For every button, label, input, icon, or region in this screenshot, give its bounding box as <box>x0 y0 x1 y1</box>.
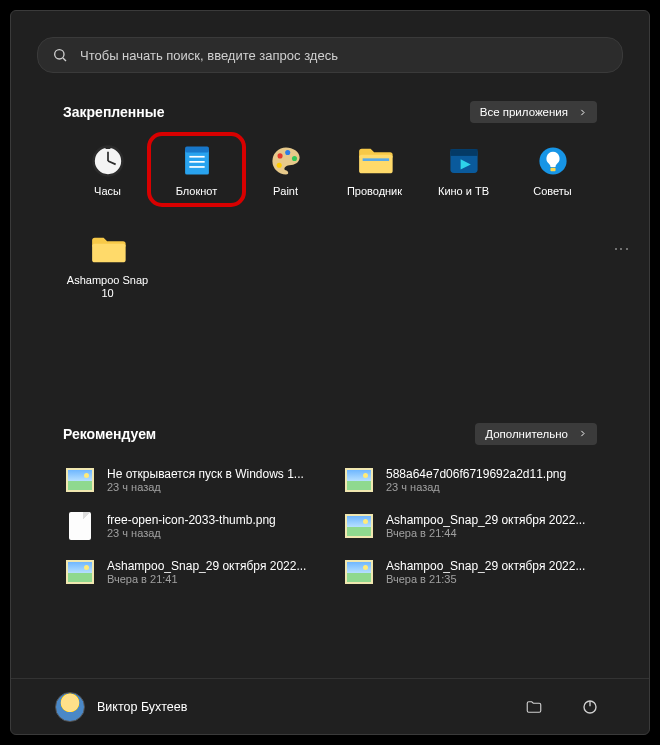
tips-icon <box>535 143 571 179</box>
search-input[interactable] <box>80 48 608 63</box>
recommended-item[interactable]: Ashampoo_Snap_29 октября 2022...Вчера в … <box>342 553 597 591</box>
recommended-meta: Не открывается пуск в Windows 1...23 ч н… <box>107 467 304 493</box>
app-label: Часы <box>94 185 121 198</box>
app-label: Paint <box>273 185 298 198</box>
recommended-item[interactable]: 588a64e7d06f6719692a2d11.png23 ч назад <box>342 461 597 499</box>
app-label: Блокнот <box>176 185 218 198</box>
svg-point-12 <box>193 148 195 150</box>
recommended-meta: 588a64e7d06f6719692a2d11.png23 ч назад <box>386 467 566 493</box>
recommended-meta: free-open-icon-2033-thumb.png23 ч назад <box>107 513 276 539</box>
more-button[interactable]: Дополнительно <box>475 423 597 445</box>
avatar <box>55 692 85 722</box>
recommended-title: free-open-icon-2033-thumb.png <box>107 513 276 527</box>
recommended-time: Вчера в 21:35 <box>386 573 585 585</box>
user-name: Виктор Бухтеев <box>97 700 187 714</box>
pinned-header: Закрепленные Все приложения <box>63 101 597 123</box>
recommended-time: 23 ч назад <box>107 481 304 493</box>
recommended-meta: Ashampoo_Snap_29 октября 2022...Вчера в … <box>386 559 585 585</box>
pinned-grid: ЧасыБлокнотPaintПроводникКино и ТВСоветы… <box>63 137 597 305</box>
pinned-title: Закрепленные <box>63 104 165 120</box>
recommended-title: Ashampoo_Snap_29 октября 2022... <box>107 559 306 573</box>
image-icon <box>65 557 95 587</box>
recommended-title: Рекомендуем <box>63 426 156 442</box>
more-label: Дополнительно <box>485 428 568 440</box>
recommended-list: Не открывается пуск в Windows 1...23 ч н… <box>63 461 597 591</box>
svg-rect-25 <box>550 168 555 171</box>
search-box[interactable] <box>37 37 623 73</box>
svg-point-0 <box>55 50 64 59</box>
pinned-app-movies[interactable]: Кино и ТВ <box>419 137 508 202</box>
image-icon <box>344 465 374 495</box>
pinned-app-notepad[interactable]: Блокнот <box>152 137 241 202</box>
power-button[interactable] <box>575 692 605 722</box>
user-account-button[interactable]: Виктор Бухтеев <box>55 692 187 722</box>
pinned-app-tips[interactable]: Советы <box>508 137 597 202</box>
svg-line-1 <box>63 58 66 61</box>
document-icon <box>65 511 95 541</box>
footer-tray <box>519 692 605 722</box>
explorer-icon <box>357 143 393 179</box>
recommended-title: 588a64e7d06f6719692a2d11.png <box>386 467 566 481</box>
recommended-item[interactable]: Ashampoo_Snap_29 октября 2022...Вчера в … <box>342 507 597 545</box>
more-dots-icon[interactable]: ⋮ <box>612 241 631 259</box>
app-label: Советы <box>533 185 571 198</box>
svg-point-17 <box>291 156 296 161</box>
svg-point-18 <box>276 163 281 168</box>
folder-outline-icon <box>525 698 543 716</box>
recommended-time: Вчера в 21:41 <box>107 573 306 585</box>
recommended-item[interactable]: free-open-icon-2033-thumb.png23 ч назад <box>63 507 318 545</box>
svg-point-16 <box>285 150 290 155</box>
recommended-time: 23 ч назад <box>107 527 276 539</box>
chevron-right-icon <box>578 108 587 117</box>
footer: Виктор Бухтеев <box>11 678 649 734</box>
start-menu: Закрепленные Все приложения ЧасыБлокнотP… <box>10 10 650 735</box>
svg-rect-26 <box>92 244 126 263</box>
recommended-title: Ashampoo_Snap_29 октября 2022... <box>386 559 585 573</box>
pinned-app-folder[interactable]: Ashampoo Snap 10 <box>63 226 152 304</box>
pinned-app-paint[interactable]: Paint <box>241 137 330 202</box>
image-icon <box>344 557 374 587</box>
notepad-icon <box>179 143 215 179</box>
paint-icon <box>268 143 304 179</box>
recommended-item[interactable]: Не открывается пуск в Windows 1...23 ч н… <box>63 461 318 499</box>
search-icon <box>52 47 68 63</box>
chevron-right-icon <box>578 429 587 438</box>
svg-rect-19 <box>359 155 393 174</box>
pinned-app-explorer[interactable]: Проводник <box>330 137 419 202</box>
recommended-time: 23 ч назад <box>386 481 566 493</box>
folder-icon <box>90 232 126 268</box>
image-icon <box>344 511 374 541</box>
recommended-item[interactable]: Ashampoo_Snap_29 октября 2022...Вчера в … <box>63 553 318 591</box>
svg-point-15 <box>277 153 282 158</box>
recommended-meta: Ashampoo_Snap_29 октября 2022...Вчера в … <box>386 513 585 539</box>
svg-rect-5 <box>105 146 110 149</box>
recommended-title: Не открывается пуск в Windows 1... <box>107 467 304 481</box>
pinned-app-clock[interactable]: Часы <box>63 137 152 202</box>
svg-point-13 <box>197 148 199 150</box>
recommended-meta: Ashampoo_Snap_29 октября 2022...Вчера в … <box>107 559 306 585</box>
app-label: Кино и ТВ <box>438 185 489 198</box>
recommended-time: Вчера в 21:44 <box>386 527 585 539</box>
svg-rect-7 <box>185 147 209 153</box>
recommended-header: Рекомендуем Дополнительно <box>63 423 597 445</box>
power-icon <box>581 698 599 716</box>
app-label: Ashampoo Snap 10 <box>64 274 152 300</box>
clock-icon <box>90 143 126 179</box>
recommended-title: Ashampoo_Snap_29 октября 2022... <box>386 513 585 527</box>
movies-icon <box>446 143 482 179</box>
svg-point-14 <box>201 148 203 150</box>
svg-rect-22 <box>450 149 477 156</box>
all-apps-button[interactable]: Все приложения <box>470 101 597 123</box>
app-label: Проводник <box>347 185 402 198</box>
all-apps-label: Все приложения <box>480 106 568 118</box>
svg-rect-20 <box>362 158 388 161</box>
svg-point-11 <box>189 148 191 150</box>
image-icon <box>65 465 95 495</box>
documents-button[interactable] <box>519 692 549 722</box>
